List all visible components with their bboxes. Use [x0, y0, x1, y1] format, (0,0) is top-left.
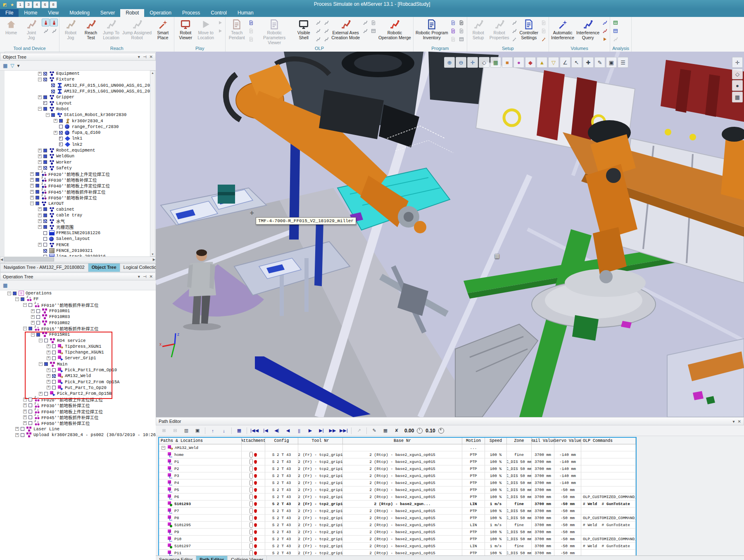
expand-icon[interactable]: +: [15, 433, 19, 437]
tree-item-label[interactable]: FF015R01: [49, 332, 70, 337]
tree-item-label[interactable]: AM132_Weld: [65, 373, 91, 378]
tree-item-label[interactable]: FF010R01: [49, 308, 70, 313]
view-cube-icon[interactable]: ◇: [479, 57, 490, 68]
expand-icon[interactable]: +: [47, 351, 50, 354]
expand-icon[interactable]: +: [31, 309, 35, 313]
expand-icon[interactable]: +: [31, 321, 35, 325]
visibility-checkbox[interactable]: [29, 410, 32, 413]
visibility-checkbox[interactable]: [36, 333, 40, 337]
path-name-cell[interactable]: P2: [159, 465, 242, 472]
collapse-icon[interactable]: −: [7, 292, 11, 295]
expand-icon[interactable]: +: [47, 386, 50, 389]
tree-item-label[interactable]: FF020''前地板上件定位焊工位: [48, 171, 110, 177]
program-copy-icon[interactable]: [458, 27, 466, 35]
tree-item-label[interactable]: 水气: [56, 218, 65, 224]
expand-icon[interactable]: +: [30, 196, 34, 199]
column-header-paths-locations[interactable]: Paths & Locations: [159, 438, 242, 444]
expand-icon[interactable]: +: [23, 415, 27, 419]
controller-export-icon[interactable]: [540, 19, 547, 26]
jump-to-end-button[interactable]: ▶▶|: [339, 427, 349, 435]
visibility-checkbox[interactable]: [43, 107, 47, 111]
visibility-checkbox[interactable]: [36, 178, 39, 182]
tree-item-label[interactable]: Laser Line: [33, 427, 59, 432]
location-name[interactable]: P7: [174, 509, 179, 513]
pin-icon[interactable]: ⊤: [143, 275, 147, 278]
location-name[interactable]: P5: [174, 488, 179, 492]
program-upload-icon[interactable]: [449, 19, 457, 26]
editor-tab-path-editor[interactable]: Path Editor: [196, 556, 228, 560]
visibility-checkbox[interactable]: [36, 172, 39, 176]
expand-icon[interactable]: +: [38, 166, 42, 170]
markers-icon[interactable]: ▲: [537, 57, 547, 68]
visibility-checkbox[interactable]: [43, 249, 47, 253]
tree-item-label[interactable]: Pick_Part2_From Op15A: [65, 380, 119, 384]
visibility-checkbox[interactable]: [43, 231, 47, 235]
editor-tab-sequence-editor[interactable]: Sequence Editor: [156, 556, 196, 560]
visibility-checkbox[interactable]: [44, 362, 48, 366]
tree-item-label[interactable]: WeldGun: [56, 154, 74, 159]
visible-shell-button[interactable]: Visible Shell: [294, 18, 314, 41]
tree-item-label[interactable]: Tipchange_XGUN1: [65, 350, 104, 355]
tree-item-label[interactable]: AM132_FF_015_LG01_UN000_ASS_01_20190218_…: [64, 89, 150, 94]
swept-volume-1-icon[interactable]: [601, 19, 609, 26]
pendant-edit-icon[interactable]: [247, 27, 255, 35]
collapse-icon[interactable]: −: [46, 113, 50, 117]
path-name-cell[interactable]: P9: [159, 529, 242, 535]
visibility-checkbox[interactable]: [29, 415, 32, 419]
display-filter-icon[interactable]: ▽: [548, 57, 559, 68]
smart-place-button[interactable]: Smart Place: [153, 18, 173, 41]
column-header-servo-value[interactable]: Servo Value: [554, 438, 581, 444]
filter-icon[interactable]: ▽: [10, 63, 14, 69]
visibility-checkbox[interactable]: [59, 137, 63, 140]
visibility-checkbox[interactable]: [36, 309, 40, 313]
group-name[interactable]: AM132_Weld: [175, 446, 198, 450]
expand-icon[interactable]: +: [54, 119, 57, 123]
expand-icon[interactable]: +: [31, 315, 35, 319]
expand-icon[interactable]: +: [38, 207, 42, 211]
move-to-location-button[interactable]: Move to Location: [196, 18, 216, 41]
expand-icon[interactable]: +: [30, 190, 34, 194]
robotic-parameters-viewer-button[interactable]: Robotic Parameters Viewer: [255, 18, 293, 45]
attach-worker-icon[interactable]: [42, 27, 50, 35]
visibility-checkbox[interactable]: [36, 184, 39, 187]
expand-icon[interactable]: +: [38, 225, 42, 229]
visibility-checkbox[interactable]: [43, 207, 47, 211]
column-header-motion[interactable]: Motion: [462, 438, 485, 444]
visibility-checkbox[interactable]: [59, 131, 63, 135]
expand-icon[interactable]: +: [23, 410, 27, 413]
visibility-checkbox[interactable]: [43, 237, 47, 241]
grid-toggle-icon[interactable]: ▦: [732, 92, 743, 102]
location-name[interactable]: P9: [174, 530, 179, 534]
external-axes-creation-mode-button[interactable]: External Axes Creation Mode: [330, 18, 361, 41]
tree-item-label[interactable]: Operations: [26, 291, 52, 296]
pendant-program-icon[interactable]: [247, 19, 255, 26]
copy-location-button[interactable]: ▣: [193, 427, 202, 435]
jump-assigned-robot-button[interactable]: Jump Assigned Robot: [121, 18, 152, 41]
object-tree-hscroll[interactable]: ◀▶: [0, 256, 156, 262]
viewport-3d[interactable]: ⊕⊖✛◇▦■●◆▲▽∠↖✚✎▣☰ ✛◇●▦ ✛ TMF-4-7000-R_FF0…: [156, 52, 744, 417]
clock-icon[interactable]: [438, 428, 444, 434]
tree-item-label[interactable]: lnk1: [72, 136, 82, 141]
tree-item-label[interactable]: 光栅范围: [56, 224, 74, 230]
collapse-icon[interactable]: −: [15, 297, 19, 301]
collapse-icon[interactable]: −: [39, 362, 43, 366]
render-style-icon[interactable]: ●: [732, 80, 743, 91]
path-name-cell[interactable]: 5101295: [159, 522, 242, 528]
olp-marker-5-icon[interactable]: [322, 27, 330, 35]
column-header-config[interactable]: Config: [265, 438, 298, 444]
tree-item-label[interactable]: cable tray: [56, 213, 82, 218]
create-box-icon[interactable]: ■: [502, 57, 513, 68]
menu-tab-process[interactable]: Process: [177, 9, 205, 17]
tree-item-label[interactable]: FF010''前地板抓件补焊工位: [41, 302, 99, 308]
robot-properties-button[interactable]: Robot Properties: [489, 18, 510, 41]
tree-item-label[interactable]: RO4 service: [57, 338, 86, 343]
visibility-checkbox[interactable]: [59, 119, 63, 123]
pin-icon[interactable]: ⊤: [143, 55, 147, 59]
visibility-checkbox[interactable]: [36, 315, 40, 319]
visibility-checkbox[interactable]: [51, 113, 55, 117]
olp-marker-6-icon[interactable]: [322, 35, 330, 43]
visibility-checkbox[interactable]: [43, 149, 47, 152]
expand-icon[interactable]: +: [47, 380, 50, 384]
location-forward-icon[interactable]: [216, 19, 224, 26]
play-forward-button[interactable]: ▶: [305, 427, 315, 435]
